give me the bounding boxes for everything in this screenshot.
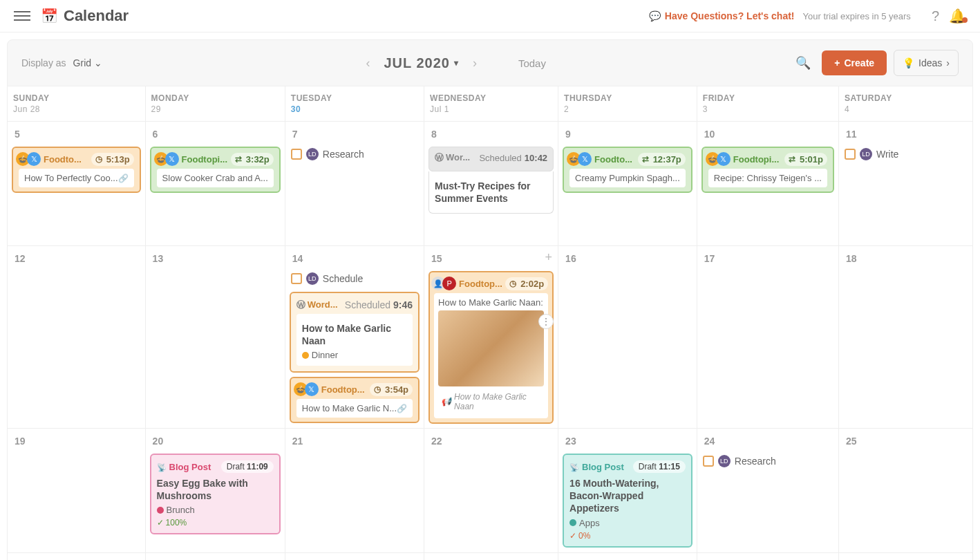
time-badge: 12:37p bbox=[638, 153, 686, 166]
task-item[interactable]: LDResearch bbox=[701, 452, 834, 470]
twitter-icon: 𝕏 bbox=[305, 382, 319, 396]
calendar-cell[interactable]: 20 Blog Post Draft 11:09 Easy Egg Bake w… bbox=[146, 429, 285, 553]
pinterest-icon: P bbox=[442, 277, 456, 290]
ideas-button[interactable]: 💡Ideas› bbox=[894, 50, 959, 76]
calendar-cell[interactable]: 24 LDResearch bbox=[697, 429, 839, 553]
checkbox[interactable] bbox=[291, 149, 302, 160]
calendar-cell[interactable]: 11 LDWrite bbox=[839, 122, 973, 246]
post-image bbox=[438, 310, 544, 386]
social-card[interactable]: 🍲𝕏 Foodto... 5:13p How To Perfectly Coo.… bbox=[12, 147, 141, 193]
today-button[interactable]: Today bbox=[518, 57, 546, 69]
social-card-expanded[interactable]: 👤P Foodtop... 2:02p ⋮ How to Make Garlic… bbox=[428, 271, 554, 424]
chevron-right-icon: › bbox=[946, 57, 950, 68]
calendar-cell[interactable]: 5 🍲𝕏 Foodto... 5:13p How To Perfectly Co… bbox=[8, 122, 146, 246]
calendar-cell[interactable]: 17 bbox=[697, 246, 839, 429]
avatar-icon: LD bbox=[306, 148, 319, 160]
twitter-icon: 𝕏 bbox=[717, 152, 731, 166]
help-icon[interactable]: ? bbox=[932, 8, 939, 24]
calendar-cell[interactable]: 19 bbox=[8, 429, 146, 553]
chat-icon: 💬 bbox=[649, 10, 661, 21]
wordpress-icon: Wor... bbox=[435, 151, 476, 164]
time-badge: 5:01p bbox=[784, 153, 827, 166]
calendar-cell[interactable]: 9 🍲𝕏 Foodto... 12:37p Creamy Pumpkin Spa… bbox=[558, 122, 697, 246]
rss-icon bbox=[569, 462, 579, 472]
calendar-cell[interactable]: 15 + 👤P Foodtop... 2:02p ⋮ How to Make G… bbox=[424, 246, 558, 429]
plus-icon: + bbox=[834, 57, 840, 68]
calendar-icon: 📅 bbox=[41, 8, 58, 24]
checkbox[interactable] bbox=[291, 273, 302, 284]
calendar-cell[interactable]: 13 bbox=[146, 246, 285, 429]
wordpress-card[interactable]: Wor...Scheduled 10:42 bbox=[428, 147, 554, 171]
social-card[interactable]: 🍲𝕏 Foodtopi... 5:01p Recipe: Chrissy Tei… bbox=[701, 147, 834, 193]
create-button[interactable]: +Create bbox=[822, 50, 887, 75]
calendar-cell[interactable]: 26 bbox=[8, 553, 146, 560]
trial-text: Your trial expires in 5 years bbox=[803, 11, 911, 21]
hamburger-menu[interactable] bbox=[14, 8, 30, 24]
calendar-cell[interactable]: 21 bbox=[285, 429, 424, 553]
display-as-label: Display as bbox=[21, 57, 66, 68]
calendar-cell[interactable]: 30 bbox=[558, 553, 697, 560]
day-header-saturday: SATURDAY4 bbox=[839, 86, 973, 122]
checkbox[interactable] bbox=[845, 149, 856, 160]
calendar-cell[interactable]: 25 bbox=[839, 429, 973, 553]
tag-dot bbox=[302, 352, 309, 359]
calendar-cell[interactable]: 12 bbox=[8, 246, 146, 429]
day-header-wednesday: WEDNESDAYJul 1 bbox=[424, 86, 558, 122]
social-card[interactable]: 🍲𝕏 Foodtopi... 3:32p Slow Cooker Crab an… bbox=[150, 147, 281, 193]
calendar-cell[interactable]: 14 LDSchedule Word...Scheduled 9:46 How … bbox=[285, 246, 424, 429]
calendar-grid: SUNDAYJun 28 MONDAY29 TUESDAY30 WEDNESDA… bbox=[7, 86, 973, 560]
rss-icon bbox=[157, 462, 167, 472]
calendar-cell[interactable]: 7 LDResearch bbox=[285, 122, 424, 246]
day-header-thursday: THURSDAY2 bbox=[558, 86, 697, 122]
calendar-cell[interactable]: 16 bbox=[558, 246, 697, 429]
calendar-cell[interactable]: 18 bbox=[839, 246, 973, 429]
calendar-cell[interactable]: 6 🍲𝕏 Foodtopi... 3:32p Slow Cooker Crab … bbox=[146, 122, 285, 246]
blog-post-card[interactable]: Blog Post Draft 11:09 Easy Egg Bake with… bbox=[150, 454, 281, 534]
notifications-icon[interactable]: 🔔 bbox=[949, 8, 966, 24]
calendar-cell[interactable]: Aug 1 bbox=[839, 553, 973, 560]
day-header-tuesday: TUESDAY30 bbox=[285, 86, 424, 122]
checkbox[interactable] bbox=[703, 456, 714, 467]
calendar-cell[interactable]: 10 🍲𝕏 Foodtopi... 5:01p Recipe: Chrissy … bbox=[697, 122, 839, 246]
lightbulb-icon: 💡 bbox=[903, 57, 914, 68]
avatar-icon: LD bbox=[860, 148, 872, 160]
tag-dot bbox=[157, 507, 164, 514]
wordpress-card[interactable]: Word...Scheduled 9:46 How to Make Garlic… bbox=[290, 292, 420, 373]
social-card[interactable]: 🍲𝕏 Foodto... 12:37p Creamy Pumpkin Spagh… bbox=[563, 147, 692, 193]
day-header-monday: MONDAY29 bbox=[146, 86, 285, 122]
tag-dot bbox=[569, 519, 576, 526]
link-icon bbox=[397, 403, 407, 413]
prev-month-button[interactable]: ‹ bbox=[352, 53, 384, 73]
time-badge: 3:32p bbox=[231, 153, 274, 166]
chat-link[interactable]: 💬 Have Questions? Let's chat! bbox=[649, 10, 795, 21]
time-badge: 2:02p bbox=[505, 277, 548, 290]
task-item[interactable]: LDSchedule bbox=[290, 270, 420, 288]
dropdown-icon: ▾ bbox=[454, 58, 459, 68]
page-title: Calendar bbox=[64, 7, 129, 25]
check-icon: ✓ bbox=[157, 518, 164, 528]
month-selector[interactable]: JUL 2020 ▾ bbox=[384, 55, 458, 71]
time-badge: 3:54p bbox=[370, 383, 413, 396]
calendar-cell[interactable]: 23 Blog Post Draft 11:15 16 Mouth-Wateri… bbox=[558, 429, 697, 553]
check-icon: ✓ bbox=[569, 531, 576, 541]
calendar-cell[interactable]: 22 bbox=[424, 429, 558, 553]
calendar-cell[interactable]: 31 bbox=[697, 553, 839, 560]
blog-post-card[interactable]: Blog Post Draft 11:15 16 Mouth-Watering,… bbox=[563, 454, 692, 548]
task-item[interactable]: LDResearch bbox=[290, 145, 420, 163]
calendar-cell[interactable]: 8 Wor...Scheduled 10:42 Must-Try Recipes… bbox=[424, 122, 558, 246]
add-button[interactable]: + bbox=[545, 250, 553, 265]
task-item[interactable]: LDWrite bbox=[843, 145, 968, 163]
display-as-select[interactable]: Grid ⌄ bbox=[73, 57, 102, 68]
search-button[interactable]: 🔍 bbox=[795, 55, 811, 71]
next-month-button[interactable]: › bbox=[459, 53, 491, 73]
more-menu-button[interactable]: ⋮ bbox=[538, 314, 554, 329]
calendar-cell[interactable]: 29 bbox=[424, 553, 558, 560]
calendar-cell[interactable]: 27 bbox=[146, 553, 285, 560]
calendar-cell[interactable]: 28 bbox=[285, 553, 424, 560]
time-badge: 5:13p bbox=[91, 153, 134, 166]
link-icon bbox=[118, 173, 129, 183]
social-card[interactable]: 🍲𝕏 Foodtop... 3:54p How to Make Garlic N… bbox=[290, 377, 420, 423]
avatar-icon: LD bbox=[306, 272, 319, 285]
chevron-down-icon: ⌄ bbox=[94, 57, 102, 68]
wordpress-icon: Word... bbox=[296, 299, 342, 311]
